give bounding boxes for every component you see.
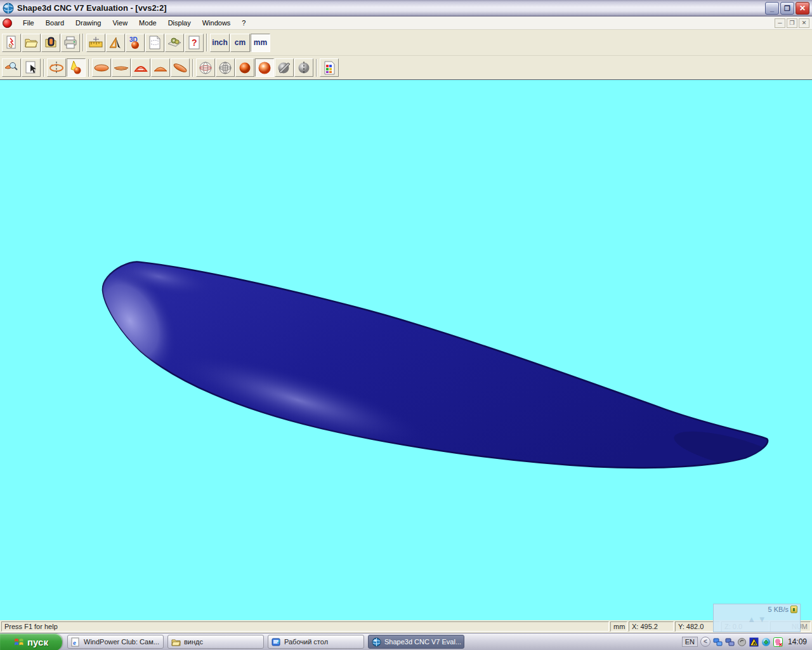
- messenger-blocked-icon[interactable]: [773, 637, 783, 647]
- set-square-icon[interactable]: [106, 34, 125, 52]
- unit-mm-button[interactable]: mm: [251, 34, 270, 52]
- tray-collapse-chevron-icon[interactable]: <: [700, 637, 710, 647]
- status-bar: Press F1 for help mm X: 495.2 Y: 482.0 Z…: [0, 620, 812, 633]
- windows-flag-icon: [14, 637, 24, 647]
- wireframe-icon[interactable]: [216, 58, 235, 77]
- open-folder-icon[interactable]: [22, 34, 41, 52]
- ruler-icon[interactable]: [86, 34, 105, 52]
- network2-icon[interactable]: [725, 637, 735, 647]
- toolbar-separator: [192, 59, 193, 77]
- unit-inch-button[interactable]: inch: [210, 34, 230, 52]
- language-indicator[interactable]: EN: [682, 637, 698, 647]
- taskbar-clock[interactable]: 14:09: [788, 637, 807, 646]
- task-label: виндс: [184, 638, 203, 646]
- status-unit: mm: [610, 621, 627, 632]
- network-speed-value: 5 KB/s: [768, 606, 789, 613]
- sphere-split-icon[interactable]: [294, 58, 313, 77]
- network-meter-icon: [790, 606, 797, 613]
- globe-icon: [372, 637, 381, 647]
- mdi-minimize-button[interactable]: ─: [775, 18, 785, 28]
- mdi-restore-button[interactable]: ❐: [787, 18, 797, 28]
- desktop: Shape3d CNC V7 Evaluation - [vvs2:2] _ ❐…: [0, 0, 812, 650]
- svg-text:e: e: [73, 639, 76, 646]
- task-label: Shape3d CNC V7 Eval...: [384, 638, 461, 646]
- section-outline-icon[interactable]: [131, 58, 150, 77]
- start-label: пуск: [27, 637, 48, 647]
- section-filled-icon[interactable]: [151, 58, 170, 77]
- status-x-coordinate: X: 495.2: [629, 621, 674, 632]
- volume-icon[interactable]: [737, 637, 747, 647]
- menu-file[interactable]: File: [17, 17, 40, 29]
- menu-help[interactable]: ?: [236, 17, 251, 29]
- network-arrows-watermark: ▲ ▼: [716, 614, 797, 624]
- minimize-button[interactable]: _: [765, 2, 779, 15]
- select-page-icon[interactable]: [22, 58, 41, 77]
- board-deck-view-icon[interactable]: [92, 58, 111, 77]
- toolbar-separator: [43, 59, 44, 77]
- menu-board[interactable]: Board: [40, 17, 70, 29]
- close-button[interactable]: ✕: [796, 2, 809, 15]
- main-toolbar: 3D ? inch cm mm: [0, 30, 812, 56]
- folder-icon: [171, 637, 181, 647]
- menu-bar: File Board Drawing View Mode Display Win…: [0, 17, 812, 30]
- new-document-icon[interactable]: [2, 34, 21, 52]
- sphere-pencil-icon[interactable]: [275, 58, 294, 77]
- view-toolbar: [0, 56, 812, 79]
- machine-settings-icon[interactable]: [165, 34, 184, 52]
- toolbar-separator: [88, 59, 89, 77]
- taskbar: пуск e WindPower Club: Сам... виндс Рабо…: [0, 633, 812, 650]
- desktop-icon: [272, 637, 281, 647]
- menu-view[interactable]: View: [107, 17, 133, 29]
- palette-icon[interactable]: [320, 58, 339, 77]
- task-vinds-folder[interactable]: виндс: [167, 635, 264, 649]
- task-label: Рабочий стол: [284, 638, 328, 646]
- internet-page-icon: e: [71, 637, 81, 647]
- document-sphere-icon[interactable]: [3, 18, 12, 28]
- wireframe-colored-icon[interactable]: [196, 58, 215, 77]
- task-desktop[interactable]: Рабочий стол: [268, 635, 364, 649]
- svg-text:?: ?: [192, 37, 197, 48]
- viewport-canvas[interactable]: [0, 79, 812, 620]
- sphere-shaded-icon[interactable]: [235, 58, 254, 77]
- toolbar-separator: [82, 34, 84, 51]
- menu-mode[interactable]: Mode: [133, 17, 162, 29]
- rotate-axis-icon[interactable]: [47, 58, 66, 77]
- light-point-icon[interactable]: [67, 58, 86, 77]
- toolbar-separator: [316, 59, 317, 77]
- network-icon[interactable]: [713, 637, 723, 647]
- window-title: Shape3d CNC V7 Evaluation - [vvs2:2]: [17, 3, 765, 13]
- save-board-icon[interactable]: [41, 34, 60, 52]
- board-flat-view-icon[interactable]: [112, 58, 131, 77]
- sphere-bright-icon[interactable]: [255, 58, 274, 77]
- network-speed-widget[interactable]: 5 KB/s ▲ ▼: [713, 604, 801, 632]
- unit-cm-button[interactable]: cm: [230, 34, 250, 52]
- print-icon[interactable]: [61, 34, 80, 52]
- help-icon[interactable]: ?: [185, 34, 204, 52]
- title-bar: Shape3d CNC V7 Evaluation - [vvs2:2] _ ❐…: [0, 0, 812, 17]
- menu-display[interactable]: Display: [162, 17, 197, 29]
- svg-text:A: A: [752, 640, 756, 646]
- plan-sheet-icon[interactable]: [145, 34, 164, 52]
- agent-orb-icon[interactable]: [761, 637, 771, 647]
- mdi-close-button[interactable]: ✕: [799, 18, 809, 28]
- task-windpower[interactable]: e WindPower Club: Сам...: [67, 635, 164, 649]
- app-globe-icon: [3, 3, 14, 14]
- task-shape3d-active[interactable]: Shape3d CNC V7 Eval...: [368, 635, 464, 649]
- warning-A-icon[interactable]: A: [749, 637, 759, 647]
- status-help-text: Press F1 for help: [1, 621, 609, 632]
- zoom-board-icon[interactable]: [2, 58, 21, 77]
- restore-button[interactable]: ❐: [780, 2, 794, 15]
- board-3d-icon[interactable]: 3D: [126, 34, 145, 52]
- system-tray: EN < A 14:09: [682, 637, 812, 647]
- board-perspective-icon[interactable]: [171, 58, 190, 77]
- menu-drawing[interactable]: Drawing: [70, 17, 107, 29]
- toolbar-separator: [206, 34, 207, 51]
- surfboard-3d-model: [0, 80, 812, 620]
- menu-windows[interactable]: Windows: [197, 17, 237, 29]
- start-button[interactable]: пуск: [0, 633, 62, 650]
- task-label: WindPower Club: Сам...: [84, 638, 159, 646]
